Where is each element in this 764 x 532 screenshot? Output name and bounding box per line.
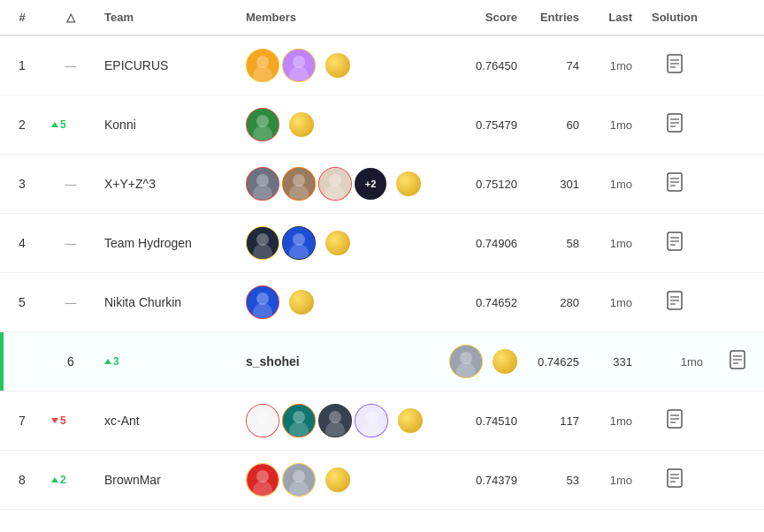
solution-icon[interactable] [666,178,684,195]
team-name-cell: Konni [97,95,239,155]
solution-cell[interactable] [639,273,710,332]
member-avatar [246,167,279,201]
svg-point-4 [293,56,305,68]
svg-point-31 [256,233,269,246]
change-neutral: — [65,237,77,250]
arrow-up-icon [51,477,58,483]
arrow-down-icon [51,418,58,423]
col-rank: # [0,0,44,35]
rank-cell: 7 [0,391,44,451]
solution-cell[interactable] [639,391,710,451]
svg-point-74 [293,470,305,483]
score-cell: 0.74652 [442,273,524,332]
score-cell: 0.75120 [442,155,524,214]
highlight-bar [0,332,4,391]
rank-cell: 4 [0,214,44,273]
col-last: Last [586,0,639,35]
score-cell: 0.75479 [442,95,524,155]
entries-cell: 117 [524,391,586,451]
gold-medal [493,349,517,374]
change-cell: — [44,35,97,95]
solution-icon[interactable] [666,414,684,432]
solution-cell[interactable] [710,332,764,391]
arrow-up-icon [104,359,111,364]
solution-cell[interactable] [639,155,710,214]
solution-cell[interactable] [639,214,710,273]
change-cell: 3 [97,332,239,391]
solution-cell[interactable] [639,95,710,155]
solution-cell[interactable] [639,451,710,510]
change-neutral: — [65,296,77,309]
change-neutral: — [65,59,77,72]
solution-cell[interactable] [639,35,710,95]
members-cell [239,214,442,273]
solution-icon[interactable] [666,237,684,255]
col-entries: Entries [524,0,586,35]
change-up: 5 [51,118,90,131]
score-cell: 0.74379 [442,451,524,510]
leaderboard-table: # △ Team Members Score Entries Last Solu… [0,0,764,510]
change-down: 5 [51,414,90,427]
rank-cell: 2 [0,95,44,155]
solution-icon[interactable] [729,355,746,373]
solution-icon[interactable] [666,296,684,314]
last-cell: 1mo [586,155,639,214]
members-cell [239,451,442,510]
member-avatar [246,285,279,319]
member-avatar [246,226,279,260]
team-name-cell: BrownMar [97,451,239,510]
member-avatar [282,49,316,82]
score-cell: 0.74625 [524,332,586,391]
solution-icon[interactable] [666,118,684,136]
svg-point-48 [460,352,472,364]
gold-medal [289,112,314,137]
entries-cell: 60 [524,95,586,155]
change-cell: — [44,155,97,214]
svg-point-71 [256,470,269,483]
solution-icon[interactable] [666,474,684,491]
members-cell [239,391,442,451]
change-cell: — [44,273,97,332]
change-neutral: — [65,178,77,191]
member-avatar [282,463,316,497]
member-avatar [282,167,316,201]
svg-point-1 [256,56,269,68]
member-avatar [246,404,279,437]
team-name-cell: xc-Ant [97,391,239,451]
change-cell: 5 [44,95,97,155]
member-avatar [355,404,388,437]
change-up: 3 [104,355,232,368]
member-avatar [449,345,483,378]
team-name-cell: Nikita Churkin [97,273,239,332]
members-cell [442,332,524,391]
members-cell [239,95,442,155]
entries-cell: 53 [524,451,586,510]
member-avatar [318,404,352,437]
svg-point-18 [256,174,269,186]
rank-cell: 5 [0,273,44,332]
team-name-cell: EPICURUS [97,35,239,95]
gold-medal [289,290,314,315]
last-cell: 1mo [639,332,710,391]
last-cell: 1mo [586,95,639,155]
change-cell: 2 [44,451,97,510]
arrow-up-icon [51,122,58,127]
score-cell: 0.74510 [442,391,524,451]
member-avatar [318,167,352,201]
member-avatar [246,49,279,82]
team-name-cell: s_shohei [239,332,442,391]
extra-members-badge: +2 [355,168,386,200]
score-cell: 0.76450 [442,35,524,95]
entries-cell: 301 [524,155,586,214]
rank-cell: 1 [0,35,44,95]
col-change: △ [44,0,97,35]
solution-icon[interactable] [666,59,684,77]
last-cell: 1mo [586,391,639,451]
col-score: Score [442,0,524,35]
change-cell: — [44,214,97,273]
last-cell: 1mo [586,214,639,273]
gold-medal [325,231,350,255]
change-up: 2 [51,474,90,486]
svg-point-61 [329,411,341,423]
members-cell [239,35,442,95]
